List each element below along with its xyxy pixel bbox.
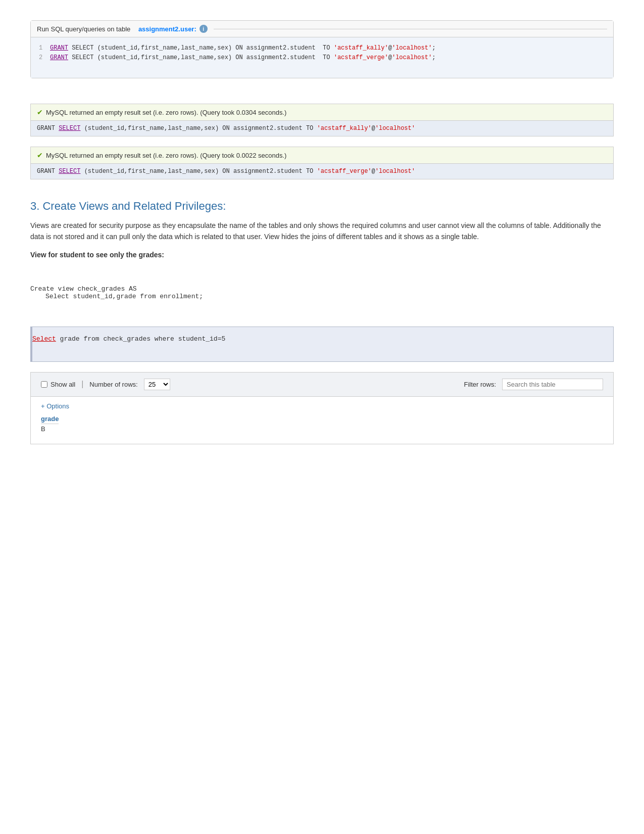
sql-editor-header: Run SQL query/queries on table assignmen… [31, 21, 613, 37]
table-name-label: assignment2.user: [138, 25, 196, 33]
code-line1: Create view check_grades AS [30, 285, 614, 293]
info-icon[interactable]: i [200, 25, 208, 33]
result-query-2: GRANT SELECT (student_id,first_name,last… [31, 164, 613, 179]
result-box-2: ✔ MySQL returned an empty result set (i.… [30, 147, 614, 179]
rows-select[interactable]: 25 50 100 [144, 379, 170, 390]
rows-label: Number of rows: [89, 381, 137, 388]
sql-code-1: GRANT SELECT (student_id,first_name,last… [50, 43, 435, 53]
sql-editor-content[interactable]: 1 GRANT SELECT (student_id,first_name,la… [31, 37, 613, 78]
sql-line-2: 2 GRANT SELECT (student_id,first_name,la… [39, 53, 605, 63]
result-success-1: ✔ MySQL returned an empty result set (i.… [31, 104, 613, 121]
query-rest: grade from check_grades where student_id… [56, 335, 225, 343]
sql-line-1: 1 GRANT SELECT (student_id,first_name,la… [39, 43, 605, 53]
sql-editor-box: Run SQL query/queries on table assignmen… [30, 20, 614, 78]
query-display: Select grade from check_grades where stu… [30, 327, 614, 362]
show-all-checkbox[interactable] [41, 381, 47, 388]
line-num-1: 1 [39, 43, 45, 53]
select-keyword: Select [32, 335, 56, 343]
code-line2: Select student_id,grade from enrollment; [30, 293, 614, 300]
options-area: + Options grade B [30, 397, 614, 444]
line-num-2: 2 [39, 53, 45, 63]
divider: | [81, 380, 83, 389]
result-success-2: ✔ MySQL returned an empty result set (i.… [31, 147, 613, 164]
code-block: Create view check_grades AS Select stude… [30, 285, 614, 300]
table-data-row: B [41, 424, 603, 434]
run-sql-label: Run SQL query/queries on table [37, 25, 130, 33]
section-body-text: Views are created for security purpose a… [30, 220, 614, 243]
table-controls: Show all | Number of rows: 25 50 100 Fil… [30, 372, 614, 397]
result-query-1: GRANT SELECT (student_id,first_name,last… [31, 121, 613, 136]
col-header-grade: grade [41, 414, 59, 424]
result-text-2: MySQL returned an empty result set (i.e.… [46, 152, 286, 159]
options-link[interactable]: + Options [41, 402, 69, 410]
result-text-1: MySQL returned an empty result set (i.e.… [46, 109, 286, 116]
show-all-label[interactable]: Show all [41, 381, 75, 388]
filter-label: Filter rows: [464, 381, 496, 388]
check-icon-1: ✔ [37, 108, 43, 116]
table-header-row: grade [41, 414, 603, 424]
sql-code-2: GRANT SELECT (student_id,first_name,last… [50, 53, 435, 63]
check-icon-2: ✔ [37, 151, 43, 159]
view-label: View for student to see only the grades: [30, 251, 614, 259]
result-box-1: ✔ MySQL returned an empty result set (i.… [30, 104, 614, 136]
section-heading: 3. Create Views and Related Privileges: [30, 200, 614, 213]
search-input[interactable] [502, 379, 603, 390]
